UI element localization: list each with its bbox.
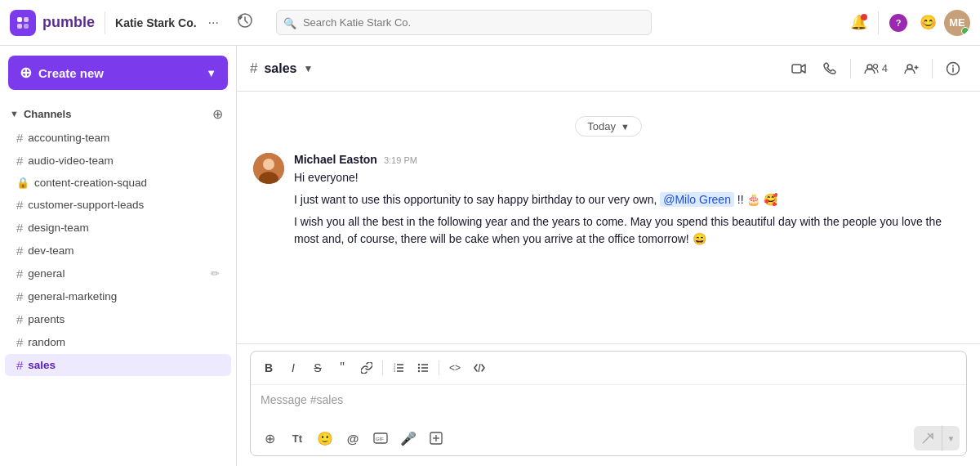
- sidebar-item-dev-team[interactable]: #dev-team: [5, 240, 231, 262]
- bold-btn[interactable]: B: [257, 356, 280, 379]
- hash-icon: #: [16, 198, 23, 212]
- text-format-btn[interactable]: Tt: [285, 426, 310, 450]
- quote-btn[interactable]: ": [331, 356, 354, 379]
- code-btn[interactable]: <>: [443, 356, 466, 379]
- svg-rect-2: [17, 24, 22, 29]
- channel-name-chevron-icon[interactable]: ▼: [304, 63, 314, 74]
- main-layout: ⊕ Create new ▼ ▼ Channels ⊕ #accounting-…: [0, 46, 980, 466]
- editor-toolbar: B I S " 123 <>: [251, 352, 966, 385]
- help-btn[interactable]: ?: [885, 10, 911, 36]
- sidebar-item-accounting-team[interactable]: #accounting-team: [5, 127, 231, 149]
- svg-point-23: [418, 364, 420, 365]
- hash-icon: #: [16, 335, 23, 349]
- mention-btn[interactable]: @: [341, 426, 365, 450]
- channels-section-header[interactable]: ▼ Channels ⊕: [0, 100, 236, 126]
- sidebar-item-audio-video-team[interactable]: #audio-video-team: [5, 150, 231, 172]
- message-content: Michael Easton 3:19 PM Hi everyone! I ju…: [294, 153, 964, 248]
- add-attachment-btn[interactable]: ⊕: [257, 426, 282, 450]
- lock-icon: 🔒: [16, 177, 29, 189]
- hash-icon: #: [16, 154, 23, 168]
- channels-chevron-icon: ▼: [10, 109, 19, 119]
- sidebar-item-random[interactable]: #random: [5, 331, 231, 353]
- create-new-label: Create new: [38, 66, 104, 80]
- topbar-divider-2: [878, 11, 879, 34]
- message-placeholder: Message #sales: [261, 393, 343, 406]
- info-btn[interactable]: [939, 55, 967, 83]
- ordered-list-btn[interactable]: 123: [387, 356, 410, 379]
- user-avatar[interactable]: ME: [944, 10, 970, 36]
- notification-dot: [861, 14, 867, 20]
- date-divider: Today ▼: [253, 116, 964, 137]
- channel-name: design-team: [28, 222, 88, 234]
- message-line2: I wish you all the best in the following…: [294, 213, 964, 248]
- svg-point-25: [418, 370, 420, 372]
- chat-header: # sales ▼ 4: [237, 46, 980, 92]
- channel-name: general-marketing: [28, 290, 117, 302]
- message-item: Michael Easton 3:19 PM Hi everyone! I ju…: [253, 153, 964, 248]
- sidebar-item-parents[interactable]: #parents: [5, 308, 231, 330]
- message-avatar: [253, 153, 284, 184]
- mention-milo-green[interactable]: @Milo Green: [660, 192, 734, 207]
- members-btn[interactable]: 4: [858, 59, 894, 78]
- hash-icon: #: [16, 244, 23, 258]
- notifications-btn[interactable]: 🔔: [845, 10, 871, 36]
- italic-btn[interactable]: I: [282, 356, 305, 379]
- video-call-btn[interactable]: [785, 55, 813, 83]
- hash-icon: #: [16, 267, 23, 280]
- emoji-picker-btn[interactable]: 🙂: [313, 426, 337, 450]
- svg-rect-3: [24, 24, 29, 29]
- add-member-btn[interactable]: [898, 55, 925, 83]
- send-btn[interactable]: [914, 426, 942, 450]
- channel-name: customer-support-leads: [28, 199, 144, 211]
- date-badge[interactable]: Today ▼: [575, 116, 642, 137]
- hash-icon: #: [16, 221, 23, 235]
- sidebar-item-sales[interactable]: #sales: [5, 354, 231, 376]
- hash-icon: #: [16, 358, 23, 372]
- sidebar-item-general[interactable]: #general✏: [5, 262, 231, 285]
- edit-icon[interactable]: ✏: [211, 267, 220, 280]
- create-new-button[interactable]: ⊕ Create new ▼: [8, 56, 228, 90]
- channel-name: accounting-team: [28, 132, 109, 144]
- message-input[interactable]: Message #sales: [251, 385, 966, 421]
- date-chevron-icon: ▼: [621, 122, 630, 132]
- more-editor-btn[interactable]: [424, 426, 448, 450]
- phone-call-btn[interactable]: [816, 55, 844, 83]
- topbar-divider-1: [105, 11, 105, 34]
- header-divider-2: [932, 59, 933, 78]
- gif-btn[interactable]: GIF: [368, 426, 393, 450]
- audio-btn[interactable]: 🎤: [396, 426, 421, 450]
- sidebar-item-content-creation-squad[interactable]: 🔒content-creation-squad: [5, 173, 231, 193]
- add-channel-icon[interactable]: ⊕: [208, 105, 226, 123]
- logo[interactable]: pumble: [10, 10, 95, 36]
- send-dropdown-btn[interactable]: ▼: [942, 426, 960, 450]
- sidebar-item-general-marketing[interactable]: #general-marketing: [5, 285, 231, 307]
- history-btn[interactable]: [230, 9, 260, 36]
- svg-point-13: [952, 65, 954, 66]
- sidebar-item-customer-support-leads[interactable]: #customer-support-leads: [5, 194, 231, 216]
- message-author: Michael Easton: [294, 153, 377, 166]
- toolbar-divider-2: [439, 361, 439, 375]
- channels-section-title: Channels: [24, 108, 203, 120]
- svg-rect-0: [17, 17, 22, 22]
- code-block-btn[interactable]: [468, 356, 491, 379]
- emoji-btn[interactable]: 😊: [915, 10, 941, 36]
- workspace-name[interactable]: Katie Stark Co.: [115, 16, 197, 29]
- online-status-dot: [961, 27, 969, 35]
- channel-name: audio-video-team: [28, 155, 113, 167]
- workspace-more-btn[interactable]: ···: [203, 12, 224, 34]
- link-btn[interactable]: [355, 356, 378, 379]
- message-text: Hi everyone! I just want to use this opp…: [294, 169, 964, 248]
- svg-text:3: 3: [394, 369, 396, 373]
- svg-text:GIF: GIF: [376, 437, 384, 441]
- search-input[interactable]: [276, 10, 652, 35]
- unordered-list-btn[interactable]: [412, 356, 434, 379]
- message-header: Michael Easton 3:19 PM: [294, 153, 964, 166]
- strikethrough-btn[interactable]: S: [306, 356, 329, 379]
- channel-name: random: [28, 336, 65, 348]
- channel-name: general: [28, 267, 65, 280]
- create-new-chevron-icon: ▼: [206, 67, 216, 79]
- channels-list: #accounting-team#audio-video-team🔒conten…: [0, 126, 236, 377]
- header-divider-1: [850, 59, 851, 78]
- sidebar-item-design-team[interactable]: #design-team: [5, 217, 231, 239]
- message-line1: I just want to use this opportunity to s…: [294, 191, 964, 208]
